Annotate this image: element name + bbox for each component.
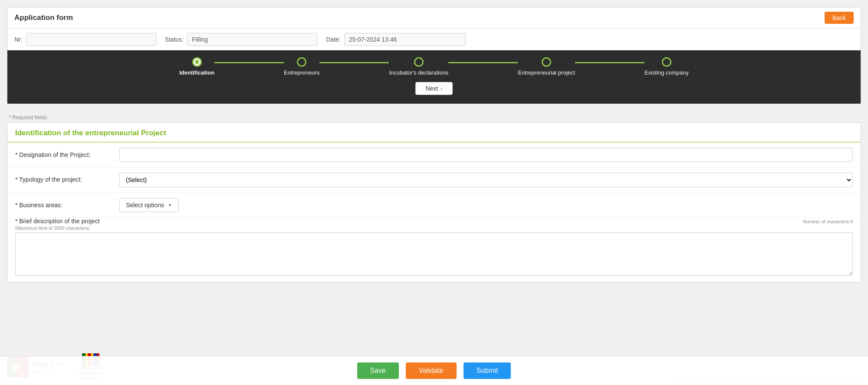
step-line-3 [448, 62, 518, 63]
section-card: Identification of the entrepreneurial Pr… [7, 122, 861, 283]
designation-label: * Designation of the Project: [15, 148, 119, 158]
step-circle-identification [192, 57, 202, 67]
bottom-action-bar: Save Validate Submit [0, 356, 868, 385]
status-group: Status: [165, 33, 318, 46]
step-circle-incubators [414, 57, 424, 67]
step-line-2 [319, 62, 389, 63]
typology-select[interactable]: (Select) Option 1 Option 2 Option 3 [119, 173, 853, 187]
required-note: * Required fields [0, 111, 868, 122]
step-label-entrepreneurial: Entrepreneurial project [518, 69, 575, 76]
submit-button[interactable]: Submit [464, 362, 511, 379]
brief-description-container: * Brief description of the project (Maxi… [7, 218, 861, 282]
business-areas-control: Select options ▼ [119, 198, 853, 212]
step-label-entrepreneurs: Entrepreneurs [284, 69, 319, 76]
chevron-right-icon: › [441, 85, 442, 92]
date-group: Date: [326, 33, 465, 46]
step-incubators-declarations[interactable]: Incubator's declarations [389, 57, 448, 76]
char-count: Number of characters:0 [803, 219, 853, 224]
business-areas-row: * Business areas: Select options ▼ [7, 193, 861, 218]
step-identification[interactable]: Identification [179, 57, 214, 76]
validate-button[interactable]: Validate [406, 362, 457, 379]
step-entrepreneurial-project[interactable]: Entrepreneurial project [518, 57, 575, 76]
caret-down-icon: ▼ [168, 202, 172, 208]
status-label: Status: [165, 36, 184, 43]
select-options-button[interactable]: Select options ▼ [119, 198, 179, 212]
next-button[interactable]: Next › [415, 82, 452, 95]
status-input[interactable] [187, 33, 317, 46]
card-header: Application form Back [7, 7, 861, 29]
select-options-label: Select options [126, 202, 164, 209]
step-label-identification: Identification [179, 69, 214, 76]
date-input[interactable] [344, 33, 466, 46]
step-label-existing: Existing company [644, 69, 689, 76]
next-button-label: Next [425, 85, 438, 92]
nr-group: Nr: [14, 33, 156, 46]
typology-row: * Typology of the project: (Select) Opti… [7, 167, 861, 193]
section-title: Identification of the entrepreneurial Pr… [7, 123, 861, 143]
designation-row: * Designation of the Project: [7, 143, 861, 167]
brief-description-label: * Brief description of the project [15, 218, 100, 225]
typology-control: (Select) Option 1 Option 2 Option 3 [119, 173, 853, 187]
steps-bar: Identification Entrepreneurs Incub [7, 50, 861, 104]
step-circle-existing [662, 57, 671, 67]
nr-label: Nr: [14, 36, 23, 43]
step-circle-entrepreneurs [297, 57, 306, 67]
step-line-1 [214, 62, 284, 63]
main-card: Application form Back Nr: Status: Date: … [7, 7, 861, 104]
step-entrepreneurs[interactable]: Entrepreneurs [284, 57, 319, 76]
page-title: Application form [14, 13, 73, 22]
step-line-4 [575, 62, 644, 63]
steps-row: Identification Entrepreneurs Incub [7, 57, 861, 76]
date-label: Date: [326, 36, 340, 43]
save-button[interactable]: Save [357, 362, 399, 379]
designation-control [119, 148, 853, 162]
business-areas-label: * Business areas: [15, 198, 119, 209]
brief-description-sublabel: (Maximum limit of 2500 characters) [15, 225, 100, 231]
top-form-row: Nr: Status: Date: [7, 29, 861, 50]
next-btn-row: Next › [415, 82, 452, 95]
typology-label: * Typology of the project: [15, 173, 119, 183]
step-circle-entrepreneurial [542, 57, 551, 67]
step-existing-company[interactable]: Existing company [644, 57, 689, 76]
step-label-incubators: Incubator's declarations [389, 69, 448, 76]
back-button[interactable]: Back [825, 12, 854, 24]
designation-input[interactable] [119, 148, 853, 162]
brief-description-textarea[interactable] [15, 232, 853, 276]
nr-input[interactable] [26, 33, 156, 46]
